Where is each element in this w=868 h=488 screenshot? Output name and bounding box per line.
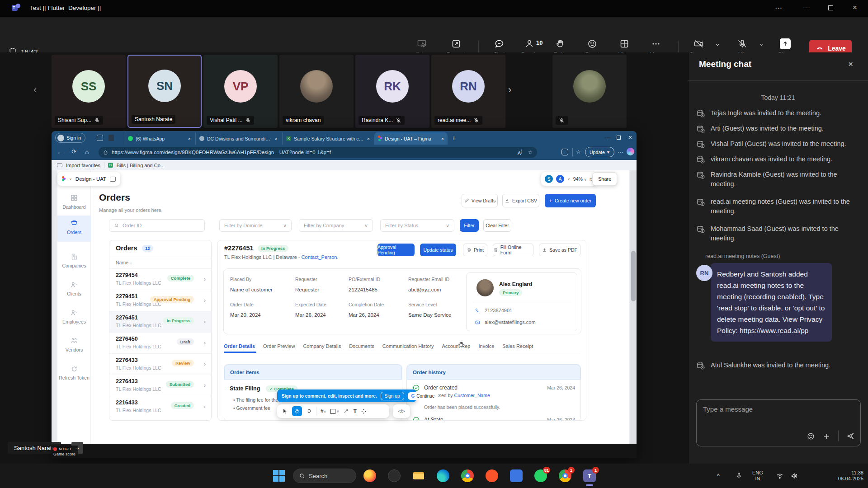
customer-name-link[interactable]: Customer_Name [454, 393, 490, 398]
tray-chevron-icon[interactable]: ^ [717, 473, 720, 479]
sidebar-item-refresh-token[interactable]: Refresh Token [57, 365, 91, 380]
favorite-star-icon[interactable]: ☆ [528, 149, 533, 155]
tab-invoice[interactable]: Invoice [478, 343, 494, 349]
tab-documents[interactable]: Documents [349, 343, 374, 349]
whatsapp-icon[interactable]: 81 [534, 469, 547, 482]
participant-tile[interactable]: SS Shivani Sup... [52, 55, 126, 128]
clear-filter-button[interactable]: Clear Filter [483, 219, 511, 232]
move-tool-icon[interactable] [282, 408, 288, 414]
save-as-pdf-button[interactable]: Save as PDF [539, 244, 580, 256]
sidebar-item-orders[interactable]: Orders [57, 219, 91, 235]
tab-close-icon[interactable]: × [275, 136, 278, 141]
back-icon[interactable]: ← [57, 148, 63, 155]
chat-input-box[interactable]: Type a message [696, 399, 861, 446]
attach-plus-icon[interactable] [822, 432, 831, 441]
strip-scroll-left-icon[interactable]: ‹ [33, 84, 37, 96]
browser-update-button[interactable]: Update♥ [585, 147, 614, 157]
browser-settings-dots-icon[interactable]: ⋯ [618, 149, 623, 155]
reload-icon[interactable]: ⟳ [71, 148, 76, 155]
contact-person-link[interactable]: Contact_Person. [302, 254, 339, 260]
tray-language[interactable]: ENGIN [752, 470, 763, 482]
url-field[interactable]: https://www.figma.com/design/9BKQ0FOHRWa… [99, 147, 537, 158]
approval-pending-button[interactable]: Approval Pending [377, 244, 415, 256]
collaborator-avatar[interactable]: A [556, 175, 564, 183]
visual-studio-icon[interactable] [510, 469, 523, 482]
send-icon[interactable] [846, 432, 855, 441]
browser-profile-button[interactable]: Sign in [55, 133, 85, 143]
volume-icon[interactable] [790, 472, 798, 480]
hand-tool-icon-active[interactable] [292, 406, 302, 416]
tab-sales-receipt[interactable]: Sales Receipt [502, 343, 533, 349]
shape-tool-icon[interactable] [306, 408, 312, 414]
figma-logo-icon[interactable] [62, 176, 66, 182]
connector-tool-icon[interactable] [343, 408, 349, 414]
chevron-down-icon[interactable]: ∨ [69, 177, 72, 181]
start-button[interactable] [273, 470, 285, 482]
order-row[interactable]: 2276433TL Flex Holdings LLC Review› [109, 353, 211, 375]
contact-phone[interactable]: 2123874901 [485, 308, 512, 313]
filter-domicile-select[interactable]: Filter by Domicile∨ [219, 219, 292, 232]
order-row[interactable]: 2279454TL Flex Holdings LLC Complete› [109, 268, 211, 290]
text-tool-icon[interactable]: T [353, 408, 357, 414]
contact-email[interactable]: alex@vstatefilings.com [485, 319, 536, 325]
wifi-icon[interactable] [776, 472, 784, 480]
rectangle-tool-icon[interactable] [330, 409, 335, 414]
strip-scroll-right-icon[interactable]: › [508, 84, 511, 96]
order-row[interactable]: 2216433TL Flex Holdings LLC Created› [109, 396, 211, 417]
print-button[interactable]: Print [463, 244, 487, 256]
collaborator-avatar[interactable]: S [545, 175, 553, 183]
extensions-icon[interactable] [561, 149, 568, 155]
minimize-icon[interactable]: — [803, 4, 810, 11]
taskbar-search-box[interactable]: Search [293, 469, 356, 483]
figma-share-button[interactable]: Share [592, 172, 617, 186]
figma-signup-button[interactable]: Sign up [381, 392, 404, 400]
order-row-selected[interactable]: 2276451TL Flex Holdings LLC In Progress› [109, 311, 211, 332]
tab-close-icon[interactable]: × [367, 136, 370, 141]
tab-order-details[interactable]: Order Details [224, 343, 255, 349]
filter-status-select[interactable]: Filter by Status∨ [380, 219, 454, 232]
teams-icon[interactable]: T 1 [583, 469, 596, 482]
new-tab-icon[interactable]: + [452, 134, 456, 141]
mic-chevron-icon[interactable] [759, 42, 765, 48]
favorites-bar-icon[interactable]: ☆ [576, 149, 581, 155]
chat-close-icon[interactable]: × [848, 59, 853, 69]
camera-chevron-icon[interactable] [714, 42, 721, 48]
create-new-order-button[interactable]: +Create new order [545, 194, 596, 207]
brave-icon[interactable] [486, 469, 498, 482]
titlebar-more-icon[interactable]: ⋯ [775, 4, 782, 12]
tab-order-preview[interactable]: Order Preview [263, 343, 295, 349]
sidebar-item-vendors[interactable]: Vendors [57, 337, 91, 352]
tab-whatsapp[interactable]: (6) WhatsApp × [124, 132, 194, 145]
maximize-icon[interactable] [828, 5, 833, 10]
copilot-icon[interactable] [627, 148, 634, 155]
scrollbar-thumb[interactable] [631, 251, 636, 301]
close-icon[interactable]: × [853, 3, 857, 12]
workspaces-icon[interactable] [97, 135, 103, 141]
tab-close-icon[interactable]: × [188, 136, 191, 141]
tab-dc-divisions[interactable]: DC Divisions and Surroundings × [195, 132, 281, 145]
order-id-search-input[interactable]: Order ID [109, 219, 205, 232]
browser-scrollbar[interactable] [630, 170, 637, 444]
bookmark-bills[interactable]: Bills | Billing and Co... [117, 163, 165, 168]
participant-tile[interactable] [552, 55, 627, 128]
dev-mode-toggle[interactable]: </> [393, 404, 410, 418]
sidebar-item-dashboard[interactable]: Dashboard [57, 194, 91, 210]
zoom-level[interactable]: 94% ∨ [573, 176, 587, 182]
google-continue-button[interactable]: G Continue [408, 392, 439, 400]
components-tool-icon[interactable] [361, 408, 367, 414]
browser-maximize-icon[interactable] [617, 136, 621, 140]
tray-clock[interactable]: 11:3808-04-2025 [827, 470, 863, 482]
column-name[interactable]: Name ↓ [116, 260, 132, 265]
chevron-down-icon[interactable]: ∨ [567, 177, 570, 181]
frame-tool-icon[interactable]: #∨ [321, 408, 326, 414]
export-csv-button[interactable]: Export CSV [502, 194, 539, 207]
home-icon[interactable]: ⌂ [85, 148, 89, 155]
browser-minimize-icon[interactable]: — [605, 135, 610, 141]
chrome-icon[interactable] [461, 469, 474, 482]
tab-salary-sheet[interactable]: X Sample Salary Structure with calc × [282, 132, 373, 145]
participant-tile-active-speaker[interactable]: SN Santosh Narate [127, 55, 202, 128]
sidebar-item-employees[interactable]: Employees [57, 309, 91, 324]
file-explorer-icon[interactable] [412, 469, 425, 482]
fill-online-form-button[interactable]: Fill Online Form [493, 244, 533, 256]
tray-mic-icon[interactable] [735, 472, 743, 479]
